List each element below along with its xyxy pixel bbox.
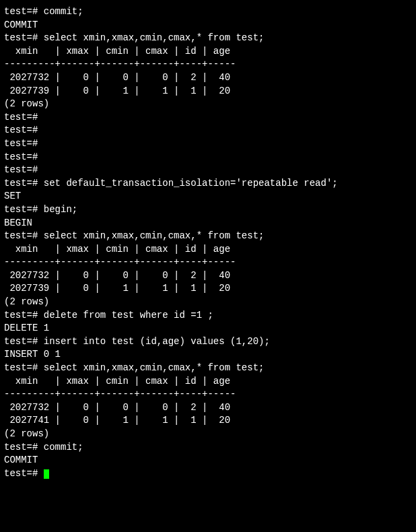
terminal-line: test=# set default_transaction_isolation… — [4, 177, 412, 191]
terminal-line: test=# — [4, 151, 412, 164]
terminal-line: DELETE 1 — [4, 322, 412, 335]
terminal-line: (2 rows) — [4, 98, 412, 111]
terminal-line: test=# commit; — [4, 5, 412, 19]
terminal-line: (2 rows) — [4, 296, 412, 309]
terminal-line: test=# select xmin,xmax,cmin,cmax,* from… — [4, 230, 412, 243]
terminal-line: test=# — [4, 111, 412, 125]
terminal-line: test=# — [4, 467, 412, 481]
terminal-line: COMMIT — [4, 19, 412, 32]
terminal-output[interactable]: test=# commit;COMMITtest=# select xmin,x… — [0, 0, 416, 486]
terminal-line: test=# delete from test where id =1 ; — [4, 309, 412, 323]
terminal-line: 2027732 | 0 | 0 | 0 | 2 | 40 — [4, 401, 412, 415]
terminal-line: 2027732 | 0 | 0 | 0 | 2 | 40 — [4, 269, 412, 283]
terminal-line: xmin | xmax | cmin | cmax | id | age — [4, 243, 412, 257]
terminal-line: test=# insert into test (id,age) values … — [4, 335, 412, 349]
terminal-line: 2027732 | 0 | 0 | 0 | 2 | 40 — [4, 71, 412, 85]
terminal-line: test=# commit; — [4, 441, 412, 455]
terminal-line: xmin | xmax | cmin | cmax | id | age — [4, 45, 412, 59]
terminal-line: ---------+------+------+------+----+----… — [4, 256, 412, 269]
terminal-line: SET — [4, 190, 412, 203]
terminal-line: test=# — [4, 164, 412, 177]
terminal-line: test=# — [4, 124, 412, 137]
terminal-line: xmin | xmax | cmin | cmax | id | age — [4, 375, 412, 389]
terminal-line: INSERT 0 1 — [4, 348, 412, 362]
terminal-line: 2027741 | 0 | 1 | 1 | 1 | 20 — [4, 414, 412, 428]
terminal-line: ---------+------+------+------+----+----… — [4, 58, 412, 71]
terminal-line: BEGIN — [4, 217, 412, 230]
cursor — [44, 469, 49, 479]
terminal-line: COMMIT — [4, 454, 412, 467]
terminal-line: test=# — [4, 137, 412, 151]
terminal-line: test=# select xmin,xmax,cmin,cmax,* from… — [4, 32, 412, 45]
terminal-line: 2027739 | 0 | 1 | 1 | 1 | 20 — [4, 282, 412, 296]
terminal-line: test=# begin; — [4, 203, 412, 217]
terminal-line: ---------+------+------+------+----+----… — [4, 388, 412, 401]
terminal-line: test=# select xmin,xmax,cmin,cmax,* from… — [4, 362, 412, 375]
terminal-line: 2027739 | 0 | 1 | 1 | 1 | 20 — [4, 85, 412, 98]
terminal-line: (2 rows) — [4, 428, 412, 441]
